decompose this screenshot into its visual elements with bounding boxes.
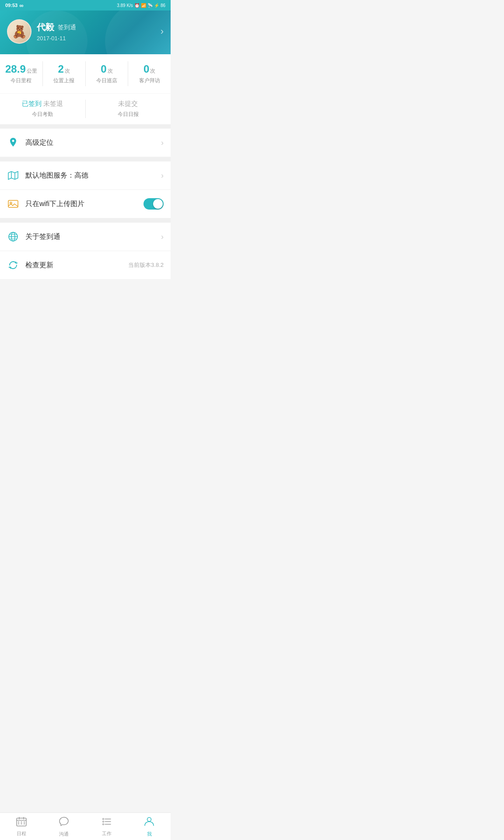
- menu-item-wifi-upload[interactable]: 只在wifi下上传图片: [0, 190, 171, 218]
- profile-date: 2017-01-11: [37, 35, 76, 42]
- stat-location-unit: 次: [65, 67, 70, 75]
- location-icon: [7, 136, 19, 149]
- stat-mileage: 28.9 公里 今日里程: [0, 61, 43, 86]
- toggle-knob: [153, 199, 163, 209]
- svg-rect-2: [8, 200, 18, 207]
- menu-left-map: 默认地图服务：高德: [7, 169, 88, 182]
- map-icon: [7, 169, 19, 182]
- status-bar: 09:53 ∞ 3.89 K/s ⏰ 📶 📡 ⚡ 86: [0, 0, 171, 10]
- menu-section-location: 高级定位 ›: [0, 129, 171, 157]
- chevron-right-icon-map: ›: [161, 171, 164, 180]
- refresh-icon: [7, 259, 19, 271]
- stat-mileage-label: 今日里程: [10, 77, 32, 84]
- profile-app-name: 签到通: [58, 24, 76, 32]
- attendance-label-1: 今日考勤: [32, 111, 53, 118]
- stat-location-number: 2: [58, 63, 63, 75]
- status-time: 09:53: [5, 3, 18, 8]
- status-left: 09:53 ∞: [5, 2, 23, 9]
- profile-banner[interactable]: 代毅 签到通 2017-01-11 ›: [0, 10, 171, 54]
- section-divider-2: [0, 157, 171, 161]
- menu-left-update: 检查更新: [7, 259, 53, 271]
- stat-location-label: 位置上报: [53, 77, 74, 84]
- chevron-right-icon-location: ›: [161, 138, 164, 147]
- image-icon: [7, 198, 19, 210]
- signal-icon: 📡: [147, 3, 153, 8]
- menu-text-update: 检查更新: [25, 261, 53, 270]
- stat-patrol: 0 次 今日巡店: [86, 61, 129, 86]
- stat-patrol-label: 今日巡店: [96, 77, 117, 84]
- stat-visit: 0 次 客户拜访: [128, 61, 171, 86]
- menu-text-location: 高级定位: [25, 138, 53, 147]
- profile-info: 代毅 签到通 2017-01-11: [37, 21, 76, 42]
- menu-left-wifi: 只在wifi下上传图片: [7, 198, 84, 210]
- stat-location: 2 次 位置上报: [43, 61, 86, 86]
- not-signed-out-label: 未签退: [43, 100, 63, 108]
- version-text: 当前版本3.8.2: [128, 261, 164, 269]
- wifi-upload-toggle[interactable]: [144, 198, 164, 210]
- menu-item-check-update[interactable]: 检查更新 当前版本3.8.2: [0, 251, 171, 279]
- chevron-right-icon-about: ›: [161, 232, 164, 242]
- attendance-label-2: 今日日报: [118, 111, 139, 118]
- stat-mileage-number: 28.9: [5, 63, 26, 75]
- bolt-icon: ⚡: [154, 3, 159, 8]
- stats-section: 28.9 公里 今日里程 2 次 位置上报 0 次 今日巡店 0 次 客户拜访: [0, 54, 171, 93]
- profile-name: 代毅: [37, 21, 54, 33]
- battery-level: 86: [161, 3, 165, 8]
- stat-visit-unit: 次: [150, 67, 155, 75]
- not-submitted-label: 未提交: [118, 100, 138, 108]
- attendance-checkin: 已签到 未签退 今日考勤: [0, 100, 86, 118]
- menu-item-advanced-location[interactable]: 高级定位 ›: [0, 129, 171, 157]
- status-right: 3.89 K/s ⏰ 📶 📡 ⚡ 86: [117, 3, 165, 8]
- stat-mileage-unit: 公里: [27, 67, 37, 75]
- menu-left-about: 关于签到通: [7, 231, 60, 243]
- stat-visit-number: 0: [144, 63, 149, 75]
- profile-left: 代毅 签到通 2017-01-11: [7, 19, 76, 44]
- menu-section-about: 关于签到通 › 检查更新 当前版本3.8.2: [0, 223, 171, 279]
- avatar: [7, 19, 32, 44]
- section-divider-3: [0, 218, 171, 223]
- section-divider-1: [0, 124, 171, 129]
- clock-icon: ⏰: [134, 3, 140, 8]
- profile-chevron-right-icon: ›: [161, 26, 164, 37]
- stat-patrol-unit: 次: [108, 67, 113, 75]
- attendance-report: 未提交 今日日报: [86, 100, 171, 118]
- menu-item-about[interactable]: 关于签到通 ›: [0, 223, 171, 251]
- infinity-icon: ∞: [19, 2, 23, 9]
- menu-section-map: 默认地图服务：高德 › 只在wifi下上传图片: [0, 161, 171, 218]
- menu-text-map: 默认地图服务：高德: [25, 171, 88, 180]
- menu-left-location: 高级定位: [7, 136, 53, 149]
- signed-in-label: 已签到: [22, 100, 42, 108]
- menu-text-about: 关于签到通: [25, 232, 60, 242]
- menu-item-default-map[interactable]: 默认地图服务：高德 ›: [0, 161, 171, 190]
- menu-text-wifi: 只在wifi下上传图片: [25, 200, 84, 209]
- globe-icon: [7, 231, 19, 243]
- network-speed: 3.89 K/s: [117, 3, 133, 8]
- stat-visit-label: 客户拜访: [139, 77, 160, 84]
- attendance-section: 已签到 未签退 今日考勤 未提交 今日日报: [0, 94, 171, 124]
- wifi-icon: 📶: [141, 3, 146, 8]
- stat-patrol-number: 0: [101, 63, 106, 75]
